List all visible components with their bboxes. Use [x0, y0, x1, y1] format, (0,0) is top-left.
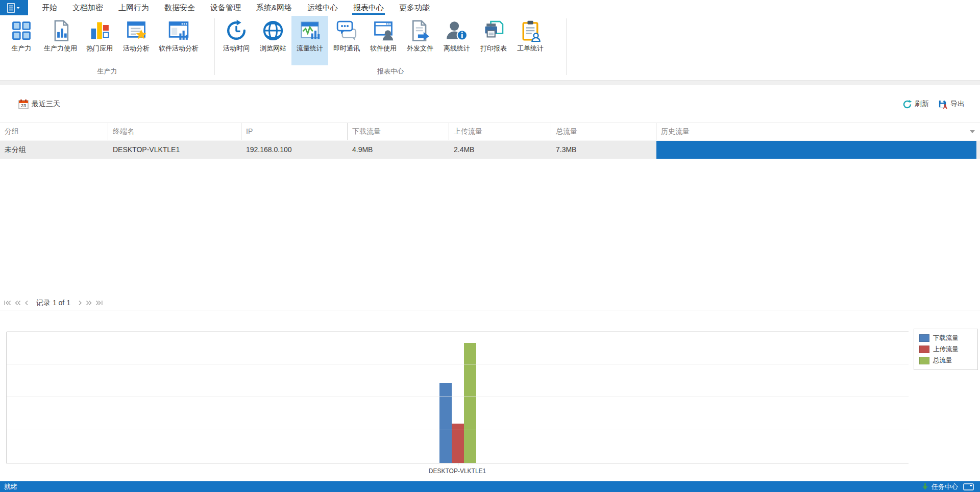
ribbon-item-label: 离线统计 [444, 44, 470, 53]
legend-entry-upload: 上传流量 [919, 345, 972, 354]
calendar-icon: 23 [18, 99, 29, 110]
tab-device-management[interactable]: 设备管理 [203, 0, 249, 15]
bar-cluster [439, 343, 476, 463]
ribbon-item-instant-messaging[interactable]: 即时通讯 [328, 16, 365, 65]
chart-gridline [7, 331, 909, 332]
previous-page-button[interactable] [24, 300, 29, 306]
tab-internet-behavior[interactable]: 上网行为 [111, 0, 157, 15]
ribbon-item-label: 外发文件 [407, 44, 433, 53]
ribbon-item-activity-time[interactable]: 活动时间 [218, 16, 255, 65]
download-arrow-icon [921, 483, 929, 490]
window-bars-icon [167, 19, 190, 42]
next-page-button[interactable] [78, 300, 82, 306]
cell-download: 4.9MB [348, 141, 449, 159]
chart-bar-2 [464, 343, 476, 463]
doc-arrow-icon [409, 19, 431, 42]
ribbon-group-productivity: 生产力 生产力使用 [0, 15, 214, 80]
globe-icon [262, 19, 284, 42]
record-count-text: 记录 1 of 1 [36, 299, 70, 308]
cell-ip: 192.168.0.100 [241, 141, 348, 159]
content-divider-strip [0, 81, 980, 85]
history-traffic-bar [656, 141, 976, 159]
ribbon-item-software-activity-analysis[interactable]: 软件活动分析 [155, 16, 203, 65]
ribbon-item-browse-websites[interactable]: 浏览网站 [255, 16, 291, 65]
cell-group: 未分组 [0, 141, 108, 159]
table-row[interactable]: 未分组 DESKTOP-VLKTLE1 192.168.0.100 4.9MB … [0, 141, 980, 159]
ribbon-item-activity-analysis[interactable]: 活动分析 [118, 16, 155, 65]
chart-legend: 下载流量 上传流量 总流量 [914, 329, 978, 370]
window-user-icon [372, 19, 395, 42]
column-header-history[interactable]: 历史流量 [656, 123, 980, 140]
cell-total: 7.3MB [551, 141, 656, 159]
column-header-ip[interactable]: IP [241, 123, 348, 140]
task-center-button[interactable]: 任务中心 [921, 482, 958, 491]
fast-previous-button[interactable] [15, 300, 21, 306]
ribbon-item-traffic-stats[interactable]: 流量统计 [291, 16, 328, 65]
legend-entry-total: 总流量 [919, 356, 972, 365]
ribbon-item-software-usage[interactable]: 软件使用 [365, 16, 402, 65]
column-header-group[interactable]: 分组 [0, 123, 108, 140]
column-header-terminal[interactable]: 终端名 [108, 123, 241, 140]
tab-data-security[interactable]: 数据安全 [157, 0, 203, 15]
taskbar-window-icon[interactable] [963, 483, 974, 490]
legend-label: 下载流量 [933, 334, 959, 342]
ribbon-group-separator [566, 18, 567, 75]
svg-text:23: 23 [21, 103, 26, 108]
task-center-label: 任务中心 [932, 482, 958, 491]
report-toolbar: 23 最近三天 刷新 导出 [0, 93, 980, 115]
traffic-stats-icon [299, 19, 321, 42]
column-header-upload[interactable]: 上传流量 [449, 123, 551, 140]
menubar: 开始 文档加密 上网行为 数据安全 设备管理 系统&网络 运维中心 报表中心 更… [0, 0, 980, 15]
legend-label: 上传流量 [933, 345, 959, 354]
column-chooser-dropdown-icon[interactable] [970, 130, 975, 133]
export-icon [938, 100, 948, 109]
chat-icon [335, 19, 358, 42]
app-menu-button[interactable] [0, 0, 28, 15]
cell-terminal: DESKTOP-VLKTLE1 [108, 141, 241, 159]
date-range-filter[interactable]: 23 最近三天 [18, 99, 60, 110]
tab-operations-center[interactable]: 运维中心 [300, 0, 346, 15]
refresh-icon [902, 100, 912, 109]
first-page-button[interactable] [4, 300, 11, 306]
column-header-download[interactable]: 下载流量 [348, 123, 449, 140]
tab-document-encryption[interactable]: 文档加密 [65, 0, 111, 15]
tab-more-features[interactable]: 更多功能 [391, 0, 437, 15]
traffic-chart: DESKTOP-VLKTLE1 下载流量 上传流量 总流量 [0, 314, 980, 481]
last-page-button[interactable] [95, 300, 103, 306]
clock-history-icon [225, 19, 248, 42]
ribbon: 生产力 生产力使用 [0, 15, 980, 81]
ribbon-item-label: 活动分析 [123, 44, 150, 53]
ribbon-item-work-order-stats[interactable]: 工单统计 [512, 16, 549, 65]
export-button[interactable]: 导出 [938, 100, 965, 109]
status-text: 就绪 [4, 482, 17, 491]
grid-icon [10, 19, 33, 42]
clipboard-user-icon [519, 19, 542, 42]
table-header: 分组 终端名 IP 下载流量 上传流量 总流量 历史流量 [0, 122, 980, 140]
ribbon-item-hot-apps[interactable]: 热门应用 [81, 16, 118, 65]
legend-entry-download: 下载流量 [919, 334, 972, 342]
ribbon-item-label: 活动时间 [223, 44, 250, 53]
tab-system-network[interactable]: 系统&网络 [249, 0, 300, 15]
tab-home[interactable]: 开始 [34, 0, 65, 15]
ribbon-item-label: 浏览网站 [260, 44, 286, 53]
ribbon-item-print-reports[interactable]: 打印报表 [475, 16, 512, 65]
cell-upload: 2.4MB [449, 141, 551, 159]
ribbon-item-outgoing-files[interactable]: 外发文件 [402, 16, 438, 65]
chart-gridline [7, 430, 909, 430]
refresh-button[interactable]: 刷新 [902, 100, 929, 109]
ribbon-item-label: 生产力 [12, 44, 32, 53]
ribbon-item-productivity[interactable]: 生产力 [3, 16, 40, 65]
legend-label: 总流量 [933, 356, 952, 365]
x-axis-tick [458, 463, 458, 465]
ribbon-item-label: 热门应用 [86, 44, 113, 53]
fast-next-button[interactable] [86, 300, 92, 306]
date-range-label: 最近三天 [32, 100, 60, 109]
printer-icon [482, 19, 505, 42]
ribbon-group-label: 报表中心 [215, 65, 566, 78]
column-header-total[interactable]: 总流量 [551, 123, 656, 140]
ribbon-item-offline-stats[interactable]: 离线统计 [438, 16, 475, 65]
ribbon-item-productivity-usage[interactable]: 生产力使用 [40, 16, 81, 65]
app-menu-icon [7, 3, 21, 13]
chart-bar-0 [439, 383, 452, 463]
tab-report-center[interactable]: 报表中心 [346, 0, 391, 15]
